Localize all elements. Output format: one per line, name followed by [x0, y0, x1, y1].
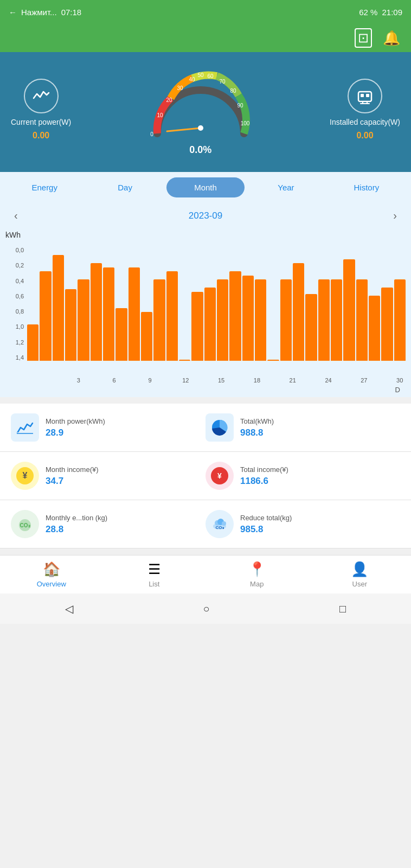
bar-col-11: [153, 247, 165, 361]
bar-col-30: [394, 247, 406, 361]
bar-2: [40, 271, 51, 361]
bar-col-8: [115, 247, 127, 361]
bar-col-22: [293, 247, 304, 361]
tab-year[interactable]: Year: [247, 177, 325, 197]
current-power-label: Current power(W): [11, 118, 71, 126]
sys-recent[interactable]: □: [329, 599, 357, 618]
svg-text:¥: ¥: [23, 471, 28, 480]
bar-23: [305, 294, 317, 361]
sys-back[interactable]: ◁: [54, 599, 84, 618]
stat-total-income: ¥ Total income(¥) 1186.6: [206, 462, 400, 490]
bar-19: [255, 279, 266, 361]
bar-col-13: [179, 247, 190, 361]
nav-overview[interactable]: 🏠 Overview: [0, 556, 103, 593]
bar-9: [129, 267, 140, 361]
bar-col-26: [343, 247, 355, 361]
bar-col-20: [267, 247, 279, 361]
svg-text:40: 40: [189, 76, 195, 82]
month-power-text: Month power(kWh) 28.9: [46, 417, 105, 438]
bar-col-6: [91, 247, 102, 361]
fullscreen-icon[interactable]: ⊡: [355, 28, 372, 48]
back-arrow[interactable]: ←: [9, 8, 17, 17]
reduce-total-label: Reduce total(kg): [240, 514, 292, 522]
bar-col-14: [191, 247, 203, 361]
total-kwh-value: 988.8: [240, 427, 274, 438]
nav-list[interactable]: ☰ List: [103, 556, 206, 593]
reduce-total-icon: CO₂: [206, 510, 234, 538]
total-income-text: Total income(¥) 1186.6: [240, 465, 288, 487]
status-right: 62 % 21:09: [359, 8, 402, 17]
bar-16: [217, 279, 228, 361]
bar-col-5: [78, 247, 89, 361]
bar-20: [267, 360, 279, 361]
current-power-icon: [24, 79, 59, 113]
map-label: Map: [250, 580, 264, 588]
bar-col-23: [305, 247, 317, 361]
nav-map[interactable]: 📍 Map: [206, 556, 309, 593]
bar-15: [204, 288, 216, 361]
bar-24: [318, 279, 330, 361]
tab-day[interactable]: Day: [86, 177, 164, 197]
bar-col-12: [166, 247, 178, 361]
bar-col-16: [217, 247, 228, 361]
bar-col-18: [242, 247, 254, 361]
bar-27: [356, 279, 368, 361]
period-prev[interactable]: ‹: [9, 207, 23, 224]
stat-total-kwh: Total(kWh) 988.8: [206, 413, 400, 442]
sys-home[interactable]: ○: [192, 599, 220, 618]
user-label: User: [352, 580, 367, 588]
bar-10: [141, 312, 152, 361]
bar-30: [394, 279, 406, 361]
bar-col-24: [318, 247, 330, 361]
month-income-icon: ¥: [11, 462, 39, 490]
map-icon: 📍: [248, 561, 266, 578]
tabs-row: Energy Day Month Year History: [0, 172, 411, 203]
svg-text:80: 80: [230, 88, 236, 94]
bar-6: [91, 263, 102, 361]
svg-text:60: 60: [207, 73, 214, 79]
month-power-label: Month power(kWh): [46, 417, 105, 425]
svg-text:CO₂: CO₂: [216, 525, 224, 530]
bar-col-19: [255, 247, 266, 361]
tab-energy[interactable]: Energy: [5, 177, 84, 197]
status-title: Нажмит...: [21, 8, 57, 17]
total-income-icon: ¥: [206, 462, 234, 490]
bar-col-17: [229, 247, 241, 361]
total-income-label: Total income(¥): [240, 465, 288, 474]
stat-month-income: ¥ Month income(¥) 34.7: [11, 462, 206, 490]
gauge-container: 0 10 20 30 40 50 60 70 80 90 100 0.0%: [146, 63, 255, 156]
bar-col-2: [40, 247, 51, 361]
tab-history[interactable]: History: [327, 177, 406, 197]
installed-capacity-stat: Installed capacity(W) 0.00: [330, 79, 400, 141]
bar-col-10: [141, 247, 152, 361]
stat-reduce-total: CO₂ Reduce total(kg) 985.8: [206, 510, 400, 538]
status-bar: ← Нажмит... 07:18 62 % 21:09: [0, 0, 411, 24]
tab-month[interactable]: Month: [166, 177, 245, 197]
bar-14: [191, 292, 203, 361]
bar-3: [53, 255, 64, 361]
tabs-section: Energy Day Month Year History ‹ 2023-09 …: [0, 172, 411, 397]
list-label: List: [149, 580, 159, 588]
bar-18: [242, 276, 254, 361]
bar-13: [179, 360, 190, 361]
nav-user[interactable]: 👤 User: [309, 556, 412, 593]
overview-label: Overview: [37, 580, 66, 588]
bell-icon[interactable]: 🔔: [383, 30, 400, 47]
bar-26: [343, 259, 355, 361]
stat-row-2: ¥ Month income(¥) 34.7 ¥ Total income(¥)…: [0, 452, 411, 500]
current-power-value: 0.00: [33, 131, 49, 141]
svg-text:50: 50: [197, 72, 204, 78]
bar-25: [331, 279, 342, 361]
y-axis: 1,4 1,2 1,0 0,8 0,6 0,4 0,2 0,0: [5, 247, 26, 361]
bar-22: [293, 263, 304, 361]
bar-col-25: [331, 247, 342, 361]
period-next[interactable]: ›: [388, 207, 402, 224]
bar-1: [27, 324, 38, 361]
bar-col-29: [381, 247, 393, 361]
bars-container: [27, 247, 406, 361]
bar-4: [65, 289, 76, 361]
bar-col-27: [356, 247, 368, 361]
svg-rect-14: [361, 94, 364, 97]
svg-text:30: 30: [177, 85, 183, 91]
overview-icon: 🏠: [43, 561, 60, 578]
